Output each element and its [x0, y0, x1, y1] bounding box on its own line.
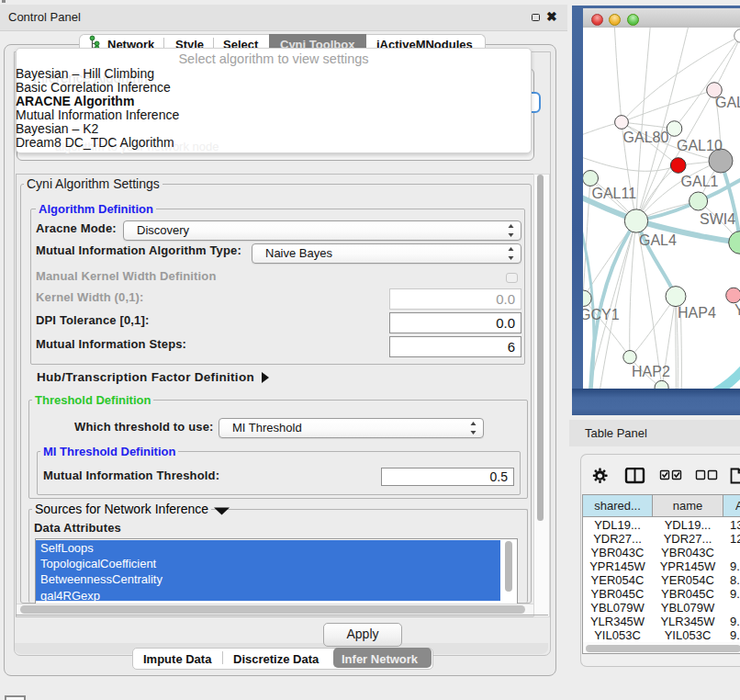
svg-text:SWI4: SWI4 [700, 211, 735, 227]
svg-text:GAL: GAL [715, 95, 740, 110]
svg-text:GAL1: GAL1 [681, 174, 719, 189]
svg-text:GAL80: GAL80 [623, 130, 669, 145]
svg-text:GCY1: GCY1 [583, 307, 620, 322]
svg-text:HAP4: HAP4 [678, 305, 716, 321]
svg-text:Y: Y [734, 302, 740, 318]
svg-text:HAP2: HAP2 [632, 364, 670, 379]
svg-text:GAL11: GAL11 [592, 186, 637, 201]
svg-text:GAL10: GAL10 [677, 138, 723, 153]
svg-text:GAL4: GAL4 [639, 232, 677, 248]
